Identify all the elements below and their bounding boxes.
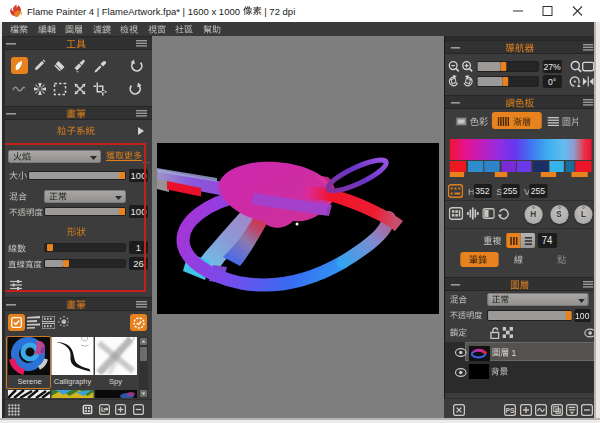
svg-text:PS: PS [505, 407, 515, 414]
